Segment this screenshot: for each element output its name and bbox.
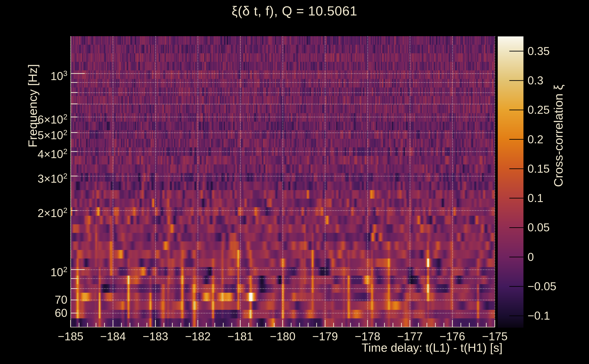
- colorbar-tick-label: 0.1: [528, 191, 543, 205]
- y-tick-exponent: 3: [63, 69, 67, 78]
- x-tick-label: −185: [58, 330, 84, 343]
- x-tick-label: −177: [397, 330, 423, 343]
- qscan-page: { "title": "ξ(δ t, f), Q = 10.5061", "co…: [0, 0, 589, 364]
- x-tick-label: −180: [270, 330, 296, 343]
- y-tick-exponent: 2: [63, 128, 67, 137]
- y-tick-label: 102: [0, 263, 67, 279]
- y-tick-base: 5×10: [38, 129, 63, 142]
- y-tick-base: 70: [55, 293, 67, 306]
- y-tick-base: 60: [55, 307, 67, 319]
- y-tick-label: 6×102: [0, 110, 67, 127]
- y-tick-exponent: 2: [63, 206, 67, 214]
- y-tick-base: 10: [51, 70, 63, 83]
- y-tick-label: 103: [0, 66, 67, 83]
- y-tick-label: 2×102: [0, 203, 67, 220]
- y-tick-exponent: 2: [63, 147, 67, 156]
- colorbar-tick-label: −0.1: [528, 309, 550, 323]
- x-tick-label: −179: [312, 330, 338, 343]
- heatmap-canvas: [0, 0, 589, 364]
- y-tick-label: 5×102: [0, 126, 67, 143]
- y-tick-exponent: 2: [63, 113, 67, 121]
- x-tick-label: −182: [185, 330, 211, 343]
- x-tick-label: −178: [355, 330, 380, 343]
- y-tick-label: 3×102: [0, 169, 67, 186]
- x-tick-label: −181: [227, 330, 253, 343]
- y-tick-base: 4×10: [38, 148, 63, 161]
- y-tick-base: 2×10: [38, 207, 63, 220]
- x-tick-label: −175: [482, 330, 508, 343]
- colorbar-tick-label: 0.3: [528, 73, 543, 88]
- x-tick-label: −184: [100, 330, 126, 343]
- colorbar-tick-label: −0.05: [528, 279, 556, 293]
- colorbar-tick-label: 0.35: [528, 44, 550, 58]
- colorbar-tick-label: 0.05: [528, 221, 550, 234]
- x-tick-label: −176: [439, 330, 465, 343]
- y-tick-base: 6×10: [38, 113, 63, 126]
- colorbar-tick-label: 0.15: [528, 162, 550, 176]
- y-tick-base: 10: [51, 266, 63, 279]
- colorbar-tick-label: 0.25: [528, 103, 550, 117]
- y-tick-exponent: 2: [63, 265, 67, 274]
- colorbar-tick-label: 0.2: [528, 132, 543, 147]
- colorbar-tick-label: 0: [528, 250, 534, 264]
- y-tick-label: 4×102: [0, 144, 67, 161]
- x-axis-label: Time delay: t(L1) - t(H1) [s]: [362, 341, 503, 354]
- y-tick-label: 70: [0, 293, 67, 307]
- y-tick-label: 60: [0, 306, 67, 320]
- y-tick-base: 3×10: [38, 172, 63, 185]
- y-tick-exponent: 2: [63, 172, 67, 180]
- colorbar-label: Cross-correlation ξ: [551, 35, 564, 187]
- x-tick-label: −183: [143, 330, 168, 343]
- chart-title: ξ(δ t, f), Q = 10.5061: [0, 3, 589, 19]
